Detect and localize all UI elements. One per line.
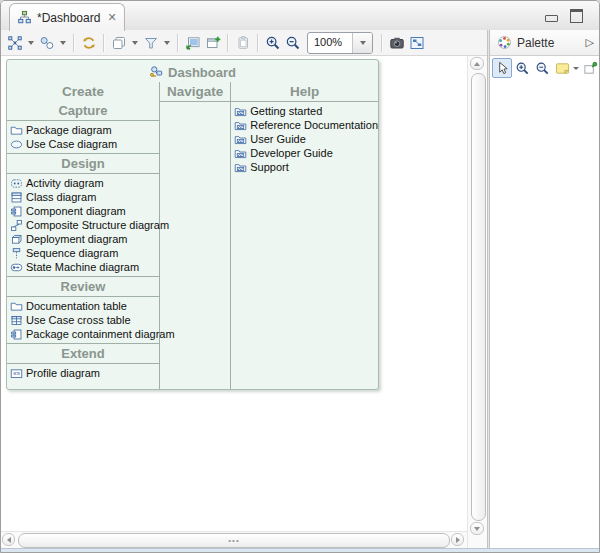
item-label: Deployment diagram: [26, 233, 128, 245]
sync-button[interactable]: [79, 32, 99, 54]
item-composite-structure-diagram[interactable]: Composite Structure diagram: [7, 218, 159, 232]
palette-zoom-in-button[interactable]: [512, 58, 532, 78]
item-activity-diagram[interactable]: Activity diagram: [7, 176, 159, 190]
diagram-view-button[interactable]: [407, 32, 427, 54]
editor-tab-dashboard[interactable]: *Dashboard ✕: [9, 3, 125, 31]
deployment-diagram-icon: [10, 233, 23, 246]
palette-zoom-out-button[interactable]: [532, 58, 552, 78]
item-use-case-diagram[interactable]: Use Case diagram: [7, 137, 159, 151]
nodes-dropdown-arrow-icon[interactable]: [28, 41, 34, 45]
note-icon: [555, 61, 570, 76]
copy-icon: [111, 35, 127, 51]
filter-button[interactable]: [141, 32, 161, 54]
horizontal-scroll-thumb[interactable]: •••: [18, 533, 450, 548]
graph-tool-button[interactable]: [37, 32, 57, 54]
copy-dropdown-arrow-icon[interactable]: [132, 41, 138, 45]
item-sequence-diagram[interactable]: Sequence diagram: [7, 246, 159, 260]
item-developer-guide[interactable]: Developer Guide: [231, 146, 378, 160]
item-support[interactable]: Support: [231, 160, 378, 174]
diagram-canvas[interactable]: Dashboard Create Capture Package diagram: [1, 56, 467, 531]
item-use-case-cross-table[interactable]: Use Case cross table: [7, 313, 159, 327]
component-diagram-icon: [10, 205, 23, 218]
zoom-in-icon: [515, 61, 530, 76]
diagram-toolbar: 100%: [1, 30, 488, 56]
arrow-left-icon: [7, 537, 11, 543]
palette-collapse-icon[interactable]: ▷: [586, 36, 594, 49]
horizontal-scrollbar[interactable]: •••: [1, 531, 467, 548]
item-label: Documentation table: [26, 300, 127, 312]
scroll-right-button[interactable]: [451, 533, 464, 546]
item-label: Composite Structure diagram: [26, 219, 169, 231]
item-label: Sequence diagram: [26, 247, 118, 259]
item-package-containment-diagram[interactable]: Package containment diagram: [7, 327, 159, 341]
toolbar-separator: [73, 34, 75, 52]
graph-dropdown-arrow-icon[interactable]: [60, 41, 66, 45]
navigate-diagram-button[interactable]: [183, 32, 203, 54]
item-profile-diagram[interactable]: Profile diagram: [7, 366, 159, 380]
palette-title: Palette: [517, 36, 554, 50]
filter-dropdown-arrow-icon[interactable]: [164, 41, 170, 45]
diagram-view-icon: [409, 35, 425, 51]
new-diagram-button[interactable]: [203, 32, 223, 54]
item-user-guide[interactable]: User Guide: [231, 132, 378, 146]
zoom-in-button[interactable]: [263, 32, 283, 54]
item-documentation-table[interactable]: Documentation table: [7, 299, 159, 313]
state-machine-diagram-icon: [10, 261, 23, 274]
zoom-out-icon: [285, 35, 301, 51]
pin-tool-button[interactable]: [580, 58, 600, 78]
select-tool-button[interactable]: [492, 58, 512, 78]
zoom-level-combo[interactable]: 100%: [307, 32, 373, 54]
palette-sash[interactable]: [487, 30, 490, 548]
item-class-diagram[interactable]: Class diagram: [7, 190, 159, 204]
zoom-combo-dropdown-button[interactable]: [352, 33, 372, 53]
toolbar-separator: [257, 34, 259, 52]
palette-header[interactable]: Palette ▷: [490, 30, 600, 56]
camera-icon: [389, 35, 405, 51]
tab-close-icon[interactable]: ✕: [107, 11, 116, 24]
item-label: Package containment diagram: [26, 328, 175, 340]
help-topic-icon: [234, 105, 247, 118]
editor-tab-bar: *Dashboard ✕: [1, 1, 599, 31]
sync-icon: [81, 35, 97, 51]
palette-icon: [497, 35, 512, 50]
item-getting-started[interactable]: Getting started: [231, 104, 378, 118]
dashboard-widget[interactable]: Dashboard Create Capture Package diagram: [6, 59, 379, 390]
create-header: Create: [7, 82, 159, 101]
scroll-left-button[interactable]: [2, 533, 15, 546]
capture-header: Capture: [7, 101, 159, 120]
palette-panel: [490, 56, 600, 548]
item-component-diagram[interactable]: Component diagram: [7, 204, 159, 218]
application-window: *Dashboard ✕ 100%: [0, 0, 600, 553]
filter-icon: [143, 35, 159, 51]
dashboard-widget-title: Dashboard: [7, 60, 378, 82]
nodes-tool-button[interactable]: [5, 32, 25, 54]
maximize-view-button[interactable]: [570, 9, 583, 23]
minimize-view-button[interactable]: [545, 15, 558, 22]
snapshot-button[interactable]: [387, 32, 407, 54]
zoom-out-button[interactable]: [283, 32, 303, 54]
zoom-level-value[interactable]: 100%: [308, 33, 352, 53]
scroll-grip: •••: [228, 538, 239, 544]
vertical-scroll-thumb[interactable]: [471, 73, 486, 521]
item-deployment-diagram[interactable]: Deployment diagram: [7, 232, 159, 246]
nodes-icon: [7, 35, 23, 51]
paste-icon: [235, 35, 251, 51]
item-label: Class diagram: [26, 191, 96, 203]
scroll-down-button[interactable]: [470, 522, 484, 535]
note-tool-button[interactable]: [552, 58, 572, 78]
navigate-header: Navigate: [160, 82, 230, 101]
note-dropdown-arrow-icon[interactable]: [573, 67, 579, 70]
toolbar-separator: [381, 34, 383, 52]
vertical-scrollbar[interactable]: [467, 56, 487, 548]
item-label: Reference Documentation: [250, 119, 378, 131]
arrow-down-icon: [474, 527, 480, 531]
folder-icon: [10, 124, 23, 137]
item-reference-documentation[interactable]: Reference Documentation: [231, 118, 378, 132]
item-label: Developer Guide: [250, 147, 333, 159]
paste-button[interactable]: [233, 32, 253, 54]
copy-appearance-button[interactable]: [109, 32, 129, 54]
scroll-up-button[interactable]: [470, 57, 484, 70]
item-package-diagram[interactable]: Package diagram: [7, 123, 159, 137]
item-state-machine-diagram[interactable]: State Machine diagram: [7, 260, 159, 274]
pin-icon: [583, 61, 598, 76]
